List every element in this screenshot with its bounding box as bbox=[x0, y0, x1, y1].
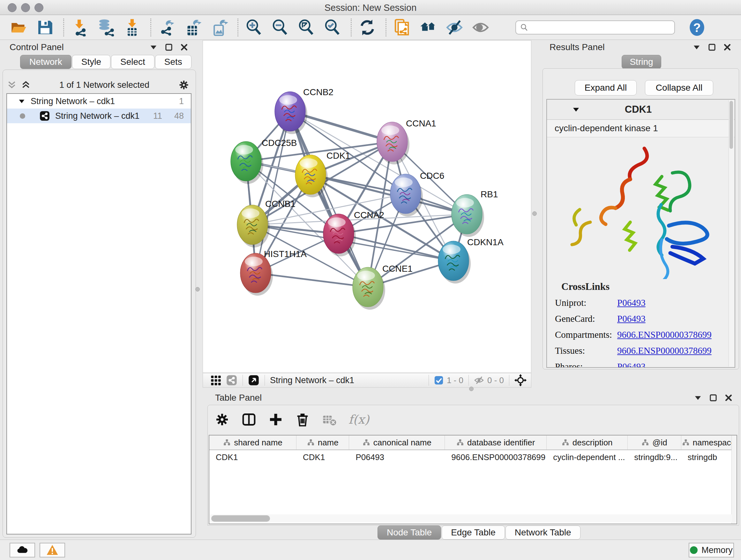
column-header-namespace[interactable]: namespace bbox=[681, 435, 737, 449]
float-panel-icon[interactable] bbox=[709, 394, 718, 402]
import-network-database-button[interactable] bbox=[97, 18, 115, 37]
close-panel-icon[interactable] bbox=[724, 394, 733, 402]
table-vertical-scrollbar[interactable] bbox=[731, 435, 737, 523]
column-header-description[interactable]: description bbox=[547, 435, 628, 449]
column-header-name[interactable]: name bbox=[296, 435, 349, 449]
crosslink-link[interactable]: P06493 bbox=[617, 361, 646, 368]
crosslink-link[interactable]: P06493 bbox=[617, 314, 646, 324]
results-tab-string[interactable]: String bbox=[622, 55, 661, 69]
selected-checkbox-icon[interactable] bbox=[434, 375, 444, 385]
network-node-RB1[interactable]: RB1 bbox=[452, 189, 498, 237]
float-panel-icon[interactable] bbox=[165, 43, 173, 51]
column-header-@id[interactable]: @id bbox=[628, 435, 681, 449]
table-cell[interactable]: stringdb:9... bbox=[628, 450, 681, 464]
crosslink-link[interactable]: 9606.ENSP00000378699 bbox=[617, 346, 712, 356]
network-canvas[interactable]: CCNB2CCNA1CDC25BCDK1CDC6RB1CCNB1CCNA2CDK… bbox=[203, 40, 531, 373]
network-view-badge-icon[interactable] bbox=[226, 374, 238, 386]
tab-network[interactable]: Network bbox=[20, 55, 71, 69]
delete-table-icon[interactable] bbox=[322, 412, 337, 427]
float-panel-icon[interactable] bbox=[708, 43, 716, 51]
table-settings-gear-icon[interactable] bbox=[214, 412, 230, 427]
show-columns-icon[interactable] bbox=[241, 412, 257, 427]
tab-select[interactable]: Select bbox=[111, 55, 154, 69]
network-graph[interactable]: CCNB2CCNA1CDC25BCDK1CDC6RB1CCNB1CCNA2CDK… bbox=[203, 41, 531, 373]
gear-icon[interactable] bbox=[178, 79, 190, 91]
add-column-icon[interactable] bbox=[268, 412, 283, 427]
save-session-button[interactable] bbox=[36, 18, 54, 37]
search-input[interactable] bbox=[529, 22, 667, 33]
chevron-double-up-icon[interactable] bbox=[21, 80, 30, 90]
results-scrollbar[interactable] bbox=[729, 100, 734, 367]
grid-view-icon[interactable] bbox=[210, 374, 221, 386]
table-cell[interactable]: cyclin-dependent ... bbox=[547, 450, 628, 464]
search-box[interactable] bbox=[515, 20, 675, 35]
table-tab-edge-table[interactable]: Edge Table bbox=[442, 525, 505, 540]
network-node-CCNE1[interactable]: CCNE1 bbox=[353, 264, 413, 310]
duplicate-network-button[interactable] bbox=[393, 18, 411, 37]
export-table-button[interactable] bbox=[184, 18, 202, 37]
zoom-in-button[interactable] bbox=[245, 18, 263, 37]
open-session-button[interactable] bbox=[10, 18, 28, 37]
warnings-button[interactable] bbox=[40, 543, 65, 557]
network-node-CDKN1A[interactable]: CDKN1A bbox=[438, 237, 503, 284]
network-node-CDC25B[interactable]: CDC25B bbox=[231, 138, 297, 184]
collapse-all-button[interactable]: Collapse All bbox=[645, 80, 713, 96]
column-header-canonical-name[interactable]: canonical name bbox=[349, 435, 445, 449]
table-horizontal-scrollbar[interactable] bbox=[210, 514, 732, 523]
left-splitter-handle[interactable] bbox=[195, 287, 200, 292]
memory-button[interactable]: Memory bbox=[689, 543, 734, 557]
expand-all-button[interactable]: Expand All bbox=[575, 80, 636, 96]
hide-selected-button[interactable] bbox=[445, 18, 464, 37]
table-tab-node-table[interactable]: Node Table bbox=[378, 525, 441, 540]
network-node-CDK1[interactable]: CDK1 bbox=[295, 151, 350, 197]
pan-crosshair-icon[interactable] bbox=[515, 374, 527, 386]
collapse-panel-icon[interactable] bbox=[149, 43, 158, 51]
network-node-CCNA2[interactable]: CCNA2 bbox=[323, 210, 384, 256]
right-splitter-handle[interactable] bbox=[532, 211, 537, 216]
chevron-double-down-icon[interactable] bbox=[7, 80, 17, 90]
expander-icon[interactable] bbox=[18, 98, 25, 105]
gene-expander-icon[interactable] bbox=[572, 105, 580, 114]
bottom-splitter-handle[interactable] bbox=[469, 387, 474, 391]
close-panel-icon[interactable] bbox=[723, 43, 731, 51]
import-table-button[interactable] bbox=[123, 18, 141, 37]
table-cell[interactable]: 9606.ENSP00000378699 bbox=[445, 450, 547, 464]
close-panel-icon[interactable] bbox=[180, 43, 188, 51]
zoom-out-button[interactable] bbox=[271, 18, 289, 37]
first-neighbors-button[interactable] bbox=[419, 18, 437, 37]
network-node-CCNA1[interactable]: CCNA1 bbox=[377, 118, 436, 165]
export-image-button[interactable] bbox=[210, 18, 228, 37]
node-table[interactable]: shared namenamecanonical namedatabase id… bbox=[209, 435, 737, 524]
function-builder-icon[interactable]: f(x) bbox=[348, 413, 369, 427]
delete-column-icon[interactable] bbox=[295, 412, 310, 427]
cloud-status-button[interactable] bbox=[10, 543, 35, 557]
help-button[interactable]: ? bbox=[688, 18, 706, 37]
table-cell[interactable]: P06493 bbox=[349, 450, 445, 464]
tab-sets[interactable]: Sets bbox=[155, 55, 192, 69]
column-header-shared-name[interactable]: shared name bbox=[209, 435, 296, 449]
network-node-CCNB2[interactable]: CCNB2 bbox=[275, 87, 333, 134]
birdseye-view-icon[interactable] bbox=[248, 374, 259, 386]
crosslink-link[interactable]: P06493 bbox=[617, 298, 646, 308]
column-header-database-identifier[interactable]: database identifier bbox=[445, 435, 547, 449]
network-node-HIST1H1A[interactable]: HIST1H1A bbox=[240, 249, 307, 296]
zoom-fit-button[interactable] bbox=[297, 18, 316, 37]
tab-style[interactable]: Style bbox=[72, 55, 111, 69]
collapse-panel-icon[interactable] bbox=[694, 394, 702, 402]
import-network-file-button[interactable] bbox=[71, 18, 89, 37]
table-tab-network-table[interactable]: Network Table bbox=[506, 525, 581, 540]
network-node-CDC6[interactable]: CDC6 bbox=[390, 171, 444, 216]
hidden-eye-icon[interactable] bbox=[474, 375, 484, 385]
table-row[interactable]: CDK1CDK1P064939606.ENSP00000378699cyclin… bbox=[209, 450, 737, 464]
refresh-button[interactable] bbox=[358, 18, 377, 37]
export-network-button[interactable] bbox=[158, 18, 176, 37]
table-cell[interactable]: CDK1 bbox=[296, 450, 349, 464]
table-cell[interactable]: stringdb bbox=[681, 450, 737, 464]
crosslink-link[interactable]: 9606.ENSP00000378699 bbox=[617, 329, 712, 340]
network-collection-row[interactable]: String Network – cdk1 1 bbox=[7, 94, 191, 109]
collapse-panel-icon[interactable] bbox=[692, 43, 701, 51]
network-row[interactable]: String Network – cdk1 11 48 bbox=[7, 109, 191, 123]
table-hscroll-thumb[interactable] bbox=[211, 515, 270, 522]
show-all-button[interactable] bbox=[471, 18, 490, 37]
zoom-selected-button[interactable] bbox=[323, 18, 342, 37]
